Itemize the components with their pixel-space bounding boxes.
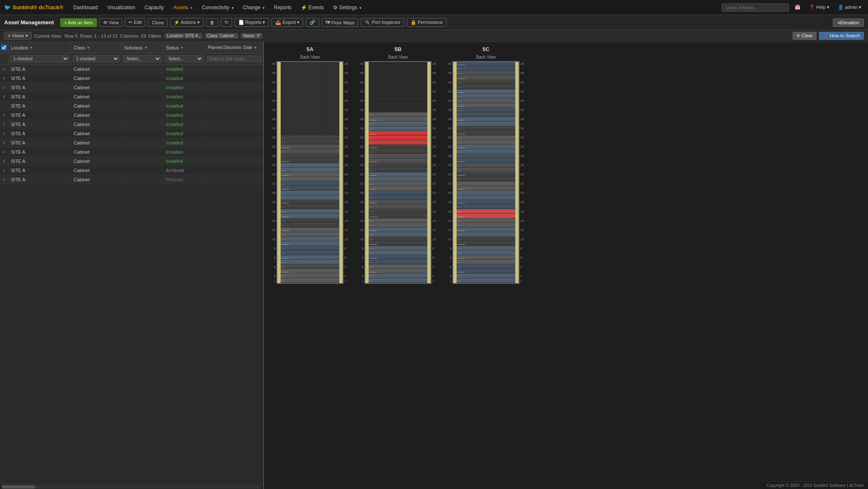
sort-icon-status: ▼ bbox=[180, 46, 184, 50]
delete-button[interactable]: 🗑 bbox=[206, 18, 218, 27]
table-horizontal-scrollbar[interactable] bbox=[0, 484, 263, 489]
nav-events[interactable]: ⚡ Events bbox=[297, 5, 327, 10]
nav-reports[interactable]: Reports bbox=[271, 5, 295, 10]
user-menu-button[interactable]: 👤 admin ▾ bbox=[835, 4, 864, 11]
view-button[interactable]: 👁 View bbox=[99, 18, 123, 27]
class-filter-select[interactable]: 1 checked bbox=[73, 55, 119, 62]
columns-label: Columns: 33 bbox=[120, 33, 146, 39]
row-check-cell[interactable]: ✓ bbox=[0, 175, 8, 184]
table-row[interactable]: ✓ SITE A Cabinet Planned 5M-TEST bbox=[0, 175, 263, 184]
rack-unit-slot: ● ● bbox=[369, 126, 427, 131]
table-row[interactable]: ✓ SITE A Cabinet Archived 5M bbox=[0, 166, 263, 175]
table-row[interactable]: ✓ SITE A Cabinet Installed 5A bbox=[0, 64, 263, 74]
search-input[interactable] bbox=[722, 3, 789, 12]
nav-change[interactable]: Change ▾ bbox=[240, 5, 268, 10]
nav-dashboard[interactable]: Dashboard bbox=[70, 5, 101, 10]
rack-body[interactable]: ● ●━━▬▬▬━━● ●▬▬▬● ●━━▬▬▬━━● ●▬▬▬● ●━━▬▬▬… bbox=[276, 61, 344, 284]
row-subclass-cell bbox=[121, 166, 163, 175]
rack-unit-slot bbox=[369, 62, 427, 67]
table-row[interactable]: ✓ SITE A Cabinet Installed 5L bbox=[0, 157, 263, 166]
permissions-button[interactable]: 🔒 Permissions bbox=[407, 18, 447, 27]
row-check-cell[interactable] bbox=[0, 101, 8, 110]
row-check-cell[interactable]: ✓ bbox=[0, 138, 8, 147]
rack-body[interactable]: ━━▬▬▬━━● ●▬▬▬● ●━━▬▬▬━━● ●▬▬▬● ●━━▬▬▬━━●… bbox=[364, 61, 431, 284]
row-check-cell[interactable]: ✓ bbox=[0, 64, 8, 73]
rack-unit-slot bbox=[281, 62, 339, 67]
row-check-cell[interactable]: ✓ bbox=[0, 83, 8, 92]
row-check-cell[interactable]: ✓ bbox=[0, 166, 8, 175]
filter-cell-location[interactable]: 1 checked bbox=[8, 54, 71, 64]
row-check-cell[interactable]: ✓ bbox=[0, 147, 8, 156]
how-to-search-button[interactable]: ❓ How to Search bbox=[819, 32, 864, 40]
help-button[interactable]: ❓ Help ▾ bbox=[806, 4, 832, 11]
location-filter-select[interactable]: 1 checked bbox=[10, 55, 69, 62]
views-dropdown-button[interactable]: ≡ Views ▾ bbox=[4, 32, 32, 40]
status-filter-select[interactable]: Select... bbox=[165, 55, 203, 62]
table-row[interactable]: ✓ SITE A Cabinet Installed 5D bbox=[0, 92, 263, 101]
rack-unit-slot bbox=[281, 99, 339, 103]
table-row[interactable]: ✓ SITE A Cabinet Installed 5H bbox=[0, 129, 263, 138]
rack-unit-slot: ▬▬▬ bbox=[457, 186, 515, 191]
table-row[interactable]: ✓ SITE A Cabinet Installed 5G bbox=[0, 120, 263, 129]
nav-connectivity[interactable]: Connectivity ▾ bbox=[199, 5, 237, 10]
rack-unit-slot: ━━ bbox=[457, 196, 515, 200]
col-header-check[interactable] bbox=[0, 42, 8, 53]
filter-cell-status[interactable]: Select... bbox=[163, 54, 205, 64]
add-item-button[interactable]: + Add an Item bbox=[60, 18, 96, 27]
nav-settings[interactable]: ⚙ Settings ▾ bbox=[330, 5, 365, 10]
export-button[interactable]: 📤 Export ▾ bbox=[271, 18, 303, 27]
rack-left-post bbox=[277, 62, 281, 283]
row-decomm-cell bbox=[205, 83, 263, 92]
rack-unit-slot: ● ● bbox=[369, 274, 427, 278]
scrollbar-thumb[interactable] bbox=[2, 485, 35, 489]
clear-filters-button[interactable]: ✕ Clear bbox=[793, 32, 816, 40]
filter-cell-class[interactable]: 1 checked bbox=[71, 54, 121, 64]
rack-unit-slot: ● ● bbox=[457, 136, 515, 140]
actions-button[interactable]: ⚡ Actions ▾ bbox=[170, 18, 204, 27]
main-layout: Location ▼ Class ▼ Subclass ▼ Status ▼ P… bbox=[0, 42, 868, 489]
select-all-checkbox[interactable] bbox=[1, 45, 7, 50]
row-check-cell[interactable]: ✓ bbox=[0, 74, 8, 82]
floor-maps-button[interactable]: 🗺 Floor Maps bbox=[322, 18, 358, 27]
table-row[interactable]: ✓ SITE A Cabinet Installed 5B bbox=[0, 74, 263, 83]
scrollbar-track[interactable] bbox=[2, 485, 261, 489]
clone-button[interactable]: Clone bbox=[148, 18, 168, 27]
row-decomm-cell bbox=[205, 74, 263, 82]
top-navigation: 🐦 Sunbird® dcTrack® Dashboard Visualizat… bbox=[0, 0, 868, 15]
row-subclass-cell bbox=[121, 138, 163, 147]
col-header-decomm[interactable]: Planned Decomm. Date ▼ bbox=[205, 42, 264, 53]
filter-cell-decomm[interactable] bbox=[205, 54, 264, 64]
table-row[interactable]: ✓ SITE A Cabinet Installed 5J bbox=[0, 138, 263, 147]
row-check-cell[interactable]: ✓ bbox=[0, 92, 8, 101]
rack-content-area: 5ABack View48464442403836343230282624222… bbox=[264, 42, 868, 481]
share-button[interactable]: 🔗 bbox=[306, 18, 319, 27]
table-row[interactable]: ✓ SITE A Cabinet Installed 5K bbox=[0, 147, 263, 157]
table-row[interactable]: ✓ SITE A Cabinet Installed 5C bbox=[0, 83, 263, 92]
filter-cell-subclass[interactable]: Select... bbox=[121, 54, 163, 64]
refresh-button[interactable]: ↻ bbox=[221, 18, 232, 27]
calendar-icon[interactable]: 📅 bbox=[792, 4, 803, 11]
reports-button[interactable]: 📄 Reports ▾ bbox=[235, 18, 269, 27]
col-header-location[interactable]: Location ▼ bbox=[8, 42, 71, 53]
row-check-cell[interactable]: ✓ bbox=[0, 157, 8, 165]
nav-capacity[interactable]: Capacity bbox=[141, 5, 168, 10]
elevation-button[interactable]: ≡Elevation bbox=[833, 18, 864, 27]
row-check-cell[interactable]: ✓ bbox=[0, 111, 8, 119]
nav-visualization[interactable]: Visualization bbox=[104, 5, 139, 10]
rack-body[interactable]: ▬▬▬━━● ●▬▬▬● ●━━▬▬▬━━● ●▬▬▬● ●━━▬▬▬━━● ●… bbox=[452, 61, 519, 284]
rack-numbers-right: 4846444240383634323028262422201816141210… bbox=[431, 61, 438, 284]
decomm-filter-input[interactable] bbox=[207, 56, 262, 62]
table-row[interactable]: SITE A Cabinet Installed 5E bbox=[0, 101, 263, 111]
nav-assets[interactable]: Assets ▾ bbox=[170, 5, 196, 10]
edit-button[interactable]: ✏ Edit bbox=[125, 18, 145, 27]
col-header-status[interactable]: Status ▼ bbox=[163, 42, 205, 53]
col-header-subclass[interactable]: Subclass ▼ bbox=[121, 42, 163, 53]
rack-unit-slot: ▬▬▬ bbox=[369, 255, 427, 260]
rack-unit-slot: ● ● bbox=[457, 71, 515, 76]
row-check-cell[interactable]: ✓ bbox=[0, 120, 8, 129]
col-header-class[interactable]: Class ▼ bbox=[71, 42, 121, 53]
port-inspector-button[interactable]: 🔌 Port Inspector bbox=[361, 18, 404, 27]
subclass-filter-select[interactable]: Select... bbox=[123, 55, 161, 62]
row-check-cell[interactable]: ✓ bbox=[0, 129, 8, 138]
table-row[interactable]: ✓ SITE A Cabinet Installed 5F bbox=[0, 111, 263, 120]
